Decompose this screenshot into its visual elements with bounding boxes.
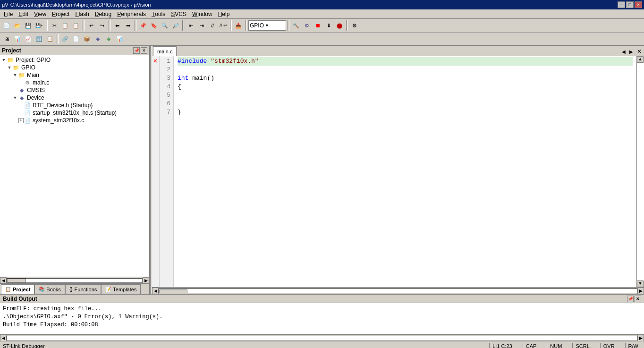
editor-tab-scroll-left[interactable]: ◀ (620, 49, 627, 55)
project-panel-close[interactable]: ✕ (141, 47, 147, 54)
build-hscroll-left[interactable]: ◀ (0, 335, 7, 341)
editor-tab-main-c[interactable]: main.c (153, 46, 177, 56)
tb-save[interactable]: 💾 (23, 20, 34, 31)
close-button[interactable]: ✕ (635, 1, 642, 8)
tb-periph-1[interactable]: 🖥 (1, 34, 12, 44)
tree-toggle-system[interactable]: + (18, 118, 24, 123)
tb-build[interactable]: 🔨 (291, 20, 301, 31)
menu-svcs[interactable]: SVCS (168, 9, 189, 18)
tb-ext-1[interactable]: 🔗 (60, 34, 70, 44)
menu-peripherals[interactable]: Peripherals (114, 9, 149, 18)
tb-save-all[interactable]: 💾+ (34, 20, 44, 31)
menu-tools[interactable]: Tools (149, 9, 168, 18)
build-hscroll-right[interactable]: ▶ (637, 335, 644, 341)
tb-periph-2[interactable]: 📊 (12, 34, 23, 44)
tab-books[interactable]: 📚 Books (34, 284, 65, 294)
hscroll-right[interactable]: ▶ (637, 288, 644, 294)
hscroll-track[interactable] (159, 289, 637, 293)
tb-nav-back[interactable]: ⬅ (112, 20, 122, 31)
build-hscroll-track[interactable] (7, 336, 637, 340)
tree-label-cmsis: CMSIS (27, 87, 45, 93)
scroll-right-btn[interactable]: ▶ (143, 277, 149, 284)
tb-load[interactable]: 📥 (233, 20, 244, 31)
tab-project[interactable]: 📋 Project (1, 284, 34, 294)
vscroll-down[interactable]: ▼ (637, 280, 644, 287)
tree-toggle-project[interactable]: ▼ (1, 58, 7, 62)
tb-copy[interactable]: 📋 (60, 20, 70, 31)
menu-flash[interactable]: Flash (72, 9, 92, 18)
tb-options[interactable]: ⚙ (349, 20, 360, 31)
target-dropdown[interactable]: GPIO ▼ (248, 20, 286, 31)
menu-edit[interactable]: Edit (16, 9, 31, 18)
tb-undo[interactable]: ↩ (86, 20, 96, 31)
editor-content[interactable]: ✕ 1 2 3 4 5 6 7 #include "stm32 (152, 56, 644, 287)
tb-diamond-2[interactable]: ◆ (103, 34, 114, 44)
maximize-button[interactable]: □ (626, 1, 634, 8)
menu-help[interactable]: Help (215, 9, 233, 18)
editor-hscroll[interactable]: ◀ ▶ (152, 287, 644, 294)
build-output-close[interactable]: ✕ (635, 296, 641, 302)
tb-ext-3[interactable]: 📦 (82, 34, 92, 44)
tb-build-target[interactable]: ⚙ (302, 20, 312, 31)
tb-bookmark[interactable]: 📌 (138, 20, 148, 31)
tab-templates[interactable]: 📝 Templates (101, 284, 141, 294)
vscroll-up[interactable]: ▲ (637, 56, 644, 63)
menu-view[interactable]: View (31, 9, 49, 18)
editor-tab-close[interactable]: ✕ (636, 48, 643, 55)
scroll-left-btn[interactable]: ◀ (0, 277, 7, 284)
tree-toggle-gpio[interactable]: ▼ (7, 65, 12, 70)
tb-find[interactable]: 🔍 (160, 20, 170, 31)
tb-bookmark-prev[interactable]: 🔖 (149, 20, 159, 31)
scroll-thumb[interactable] (7, 279, 26, 282)
tab-functions[interactable]: {} Functions (65, 284, 101, 294)
tree-item-system[interactable]: + 📄 system_stm32f10x.c (0, 117, 149, 124)
tree-item-main-c[interactable]: ⚙ main.c (0, 79, 149, 86)
menu-file[interactable]: File (1, 9, 16, 18)
tree-item-gpio[interactable]: ▼ 📁 GPIO (0, 64, 149, 71)
tb-nav-fwd[interactable]: ➡ (123, 20, 133, 31)
code-area[interactable]: #include "stm32f10x.h" int main() { } (174, 56, 636, 287)
tb-download[interactable]: ⬇ (323, 20, 334, 31)
minimize-button[interactable]: − (618, 1, 625, 8)
tree-item-device[interactable]: ▼ ◆ Device (0, 94, 149, 102)
tb-periph-5[interactable]: 📋 (45, 34, 55, 44)
tb-stop-build[interactable]: ⏹ (313, 20, 323, 31)
tb-open[interactable]: 📂 (12, 20, 23, 31)
tree-item-startup[interactable]: 📄 startup_stm32f10x_hd.s (Startup) (0, 109, 149, 117)
tree-item-main-folder[interactable]: ▼ 📁 Main (0, 71, 149, 79)
tb-find2[interactable]: 🔎 (170, 20, 181, 31)
tree-item-project[interactable]: ▼ 📁 Project: GPIO (0, 56, 149, 64)
tree-toggle-main-c (18, 80, 24, 85)
tb-start-debug[interactable]: ⬤ (334, 20, 345, 31)
tb-periph-4[interactable]: 🔢 (34, 34, 44, 44)
editor-tab-scroll-right[interactable]: ▶ (628, 49, 635, 55)
tb-paste[interactable]: 📋 (71, 20, 81, 31)
tree-toggle-device[interactable]: ▼ (12, 95, 18, 100)
tb-ext-4[interactable]: 📊 (114, 34, 125, 44)
tb-unindent[interactable]: ⇥ (196, 20, 207, 31)
tree-item-rte-device[interactable]: 📄 RTE_Device.h (Startup) (0, 102, 149, 109)
tb-comment[interactable]: // (207, 20, 218, 31)
menu-project[interactable]: Project (49, 9, 72, 18)
tb-periph-3[interactable]: 📈 (23, 34, 34, 44)
tb-indent[interactable]: ⇤ (186, 20, 196, 31)
tb-new-file[interactable]: 📄 (1, 20, 12, 31)
menu-window[interactable]: Window (189, 9, 215, 18)
tb-uncomment[interactable]: // ↩ (218, 20, 229, 31)
tb-redo[interactable]: ↪ (97, 20, 107, 31)
editor-vscroll[interactable]: ▲ ▼ (636, 56, 644, 287)
tree-toggle-main-folder[interactable]: ▼ (12, 73, 18, 77)
project-panel-pin[interactable]: 📌 (133, 47, 140, 54)
menu-debug[interactable]: Debug (92, 9, 114, 18)
tb-diamond-1[interactable]: ◆ (93, 34, 103, 44)
tree-item-cmsis[interactable]: ◆ CMSIS (0, 86, 149, 94)
tb-ext-2[interactable]: 📄 (71, 34, 81, 44)
project-tree-scrollbar[interactable]: ◀ ▶ (0, 277, 149, 283)
build-hscroll[interactable]: ◀ ▶ (0, 334, 644, 341)
vscroll-track[interactable] (637, 63, 644, 280)
sep8 (288, 20, 289, 31)
tb-cut[interactable]: ✂ (49, 20, 59, 31)
build-output-pin[interactable]: 📌 (627, 296, 634, 302)
hscroll-left[interactable]: ◀ (152, 288, 159, 294)
hscroll-thumb[interactable] (159, 289, 187, 293)
